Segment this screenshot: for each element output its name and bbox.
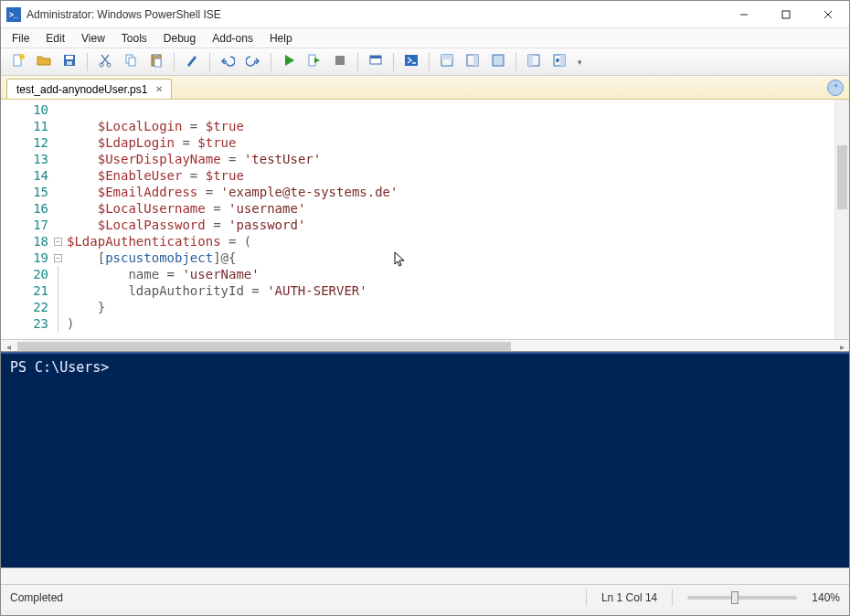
scroll-right-button[interactable]: ▸ — [834, 340, 849, 353]
code-line[interactable]: $LdapLogin = $true — [67, 134, 849, 151]
status-state: Completed — [10, 591, 63, 604]
line-number: 16 — [1, 200, 48, 217]
copy-icon — [123, 53, 138, 70]
menu-help[interactable]: Help — [262, 30, 300, 47]
minimize-icon — [739, 10, 749, 19]
menu-file[interactable]: File — [5, 30, 37, 47]
clear-button[interactable] — [180, 51, 204, 73]
fold-marker[interactable]: − — [54, 250, 67, 266]
svg-rect-19 — [370, 56, 381, 58]
line-number: 10 — [1, 101, 48, 118]
menu-debug[interactable]: Debug — [156, 30, 203, 47]
tab-close-button[interactable]: ✕ — [153, 83, 165, 96]
toolbar-separator — [87, 53, 88, 71]
code-line[interactable]: ldapAuthorityId = 'AUTH-SERVER' — [67, 282, 849, 299]
close-button[interactable] — [807, 1, 849, 27]
minimize-button[interactable] — [723, 1, 765, 27]
code-line[interactable]: $EmailAddress = 'example@te-systems.de' — [67, 184, 849, 200]
svg-rect-24 — [473, 55, 478, 66]
collapse-script-pane-button[interactable]: ˄ — [827, 80, 844, 96]
window-controls — [723, 1, 849, 27]
menu-edit[interactable]: Edit — [38, 30, 72, 47]
editor-vertical-scrollbar[interactable] — [834, 100, 849, 339]
open-button[interactable] — [32, 51, 56, 73]
titlebar: >_ Administrator: Windows PowerShell ISE — [1, 1, 849, 28]
save-icon — [62, 53, 77, 70]
scrollbar-thumb[interactable] — [17, 342, 511, 351]
remote-tab-icon — [368, 53, 383, 70]
powershell-tab-button[interactable] — [399, 51, 423, 73]
code-content[interactable]: $LocalLogin = $true $LdapLogin = $true $… — [67, 100, 849, 339]
toolbar-overflow-button[interactable]: ▾ — [573, 51, 586, 73]
show-command-button[interactable] — [522, 51, 546, 73]
line-number: 11 — [1, 118, 48, 134]
chevron-up-icon: ˄ — [834, 83, 838, 93]
paste-button[interactable] — [144, 51, 168, 73]
editor-horizontal-scrollbar[interactable]: ◂ ▸ — [1, 339, 849, 352]
chevron-down-icon: ▾ — [578, 58, 582, 67]
redo-button[interactable] — [241, 51, 265, 73]
fold-marker — [54, 151, 67, 167]
script-editor[interactable]: 1011121314151617181920212223 −− $LocalLo… — [1, 100, 849, 339]
toolbar-separator — [271, 53, 271, 71]
run-selection-button[interactable] — [303, 51, 326, 73]
fold-marker — [54, 101, 67, 118]
toolbar-separator — [429, 53, 430, 71]
menu-addons[interactable]: Add-ons — [205, 30, 260, 47]
script-tab[interactable]: test_add-anynodeUser.ps1 ✕ — [6, 79, 172, 99]
show-script-pane-top-button[interactable] — [435, 51, 459, 73]
code-line[interactable]: $LocalLogin = $true — [67, 118, 849, 134]
code-line[interactable]: name = 'userName' — [67, 266, 849, 282]
bottom-spacer — [1, 568, 849, 584]
code-line[interactable]: $EnableUser = $true — [67, 167, 849, 184]
fold-marker — [54, 282, 67, 299]
line-number: 22 — [1, 299, 48, 315]
code-line[interactable]: $LocalPassword = 'password' — [67, 217, 849, 233]
statusbar: Completed Ln 1 Col 14 140% — [1, 584, 849, 610]
cut-button[interactable] — [93, 51, 117, 73]
svg-rect-7 — [66, 56, 73, 59]
code-line[interactable] — [67, 101, 849, 118]
maximize-button[interactable] — [765, 1, 807, 27]
line-number: 12 — [1, 134, 48, 151]
fold-marker — [54, 167, 67, 184]
code-line[interactable]: ) — [67, 315, 849, 332]
show-script-pane-max-button[interactable] — [486, 51, 510, 73]
svg-rect-16 — [309, 55, 315, 66]
save-button[interactable] — [58, 51, 81, 73]
toolbar-separator — [393, 53, 394, 71]
copy-button[interactable] — [119, 51, 143, 73]
new-button[interactable] — [6, 51, 30, 73]
new-file-icon — [11, 53, 26, 70]
menu-view[interactable]: View — [74, 30, 112, 47]
menu-tools[interactable]: Tools — [114, 30, 154, 47]
command-icon — [526, 53, 541, 70]
zoom-slider[interactable] — [687, 596, 797, 600]
fold-marker — [54, 134, 67, 151]
code-line[interactable]: [pscustomobject]@{ — [67, 250, 849, 266]
scroll-left-button[interactable]: ◂ — [1, 340, 16, 353]
line-number: 21 — [1, 282, 48, 299]
code-line[interactable]: $LdapAuthentications = ( — [67, 233, 849, 250]
code-line[interactable]: $UserDisplayName = 'testUser' — [67, 151, 849, 167]
undo-button[interactable] — [216, 51, 239, 73]
fold-marker[interactable]: − — [54, 233, 67, 250]
line-number: 19 — [1, 250, 48, 266]
code-line[interactable]: $LocalUsername = 'username' — [67, 200, 849, 217]
svg-rect-22 — [441, 55, 452, 59]
show-command-addon-button[interactable] — [547, 51, 571, 73]
zoom-slider-knob[interactable] — [731, 591, 738, 604]
line-number: 17 — [1, 217, 48, 233]
run-button[interactable] — [277, 51, 301, 73]
close-icon — [823, 10, 833, 19]
stop-button[interactable] — [328, 51, 352, 73]
show-script-pane-right-button[interactable] — [461, 51, 484, 73]
svg-point-30 — [556, 58, 559, 62]
code-line[interactable]: } — [67, 299, 849, 315]
cut-icon — [98, 53, 112, 70]
scrollbar-thumb[interactable] — [837, 145, 847, 209]
new-remote-tab-button[interactable] — [364, 51, 388, 73]
console-pane[interactable]: PS C:\Users> — [1, 352, 849, 568]
fold-marker — [54, 118, 67, 134]
svg-rect-17 — [335, 56, 345, 65]
